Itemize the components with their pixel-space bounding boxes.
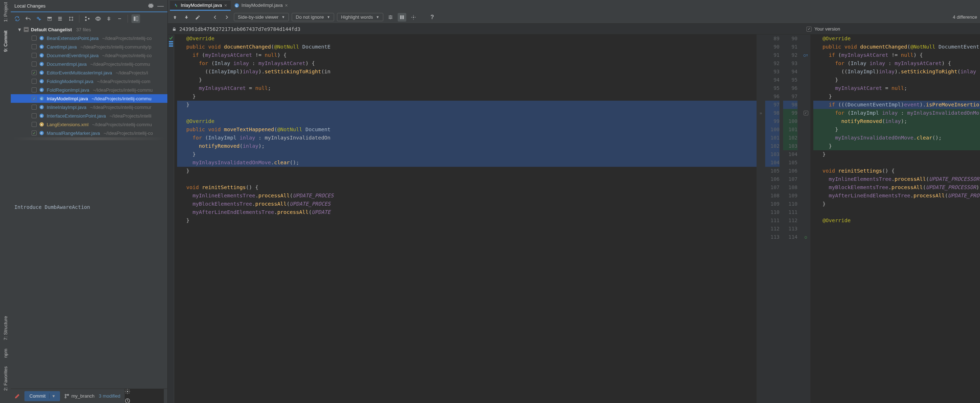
changelist-header[interactable]: ▼ Default Changelist 37 files — [11, 25, 167, 34]
file-checkbox[interactable] — [32, 44, 37, 49]
close-icon[interactable]: × — [285, 3, 288, 8]
edit-icon[interactable] — [194, 13, 202, 22]
viewer-mode-combo[interactable]: Side-by-side viewer ▼ — [234, 13, 289, 21]
change-marker[interactable] — [169, 45, 173, 47]
center-gutter: » 89909192939495969798991001011021031041… — [757, 35, 810, 403]
file-path: ~/IdeaProjects/intellij-community/p — [81, 44, 151, 49]
minimize-icon[interactable]: — — [158, 2, 164, 10]
file-row[interactable]: CDocumentImpl.java~/IdeaProjects/intelli… — [11, 60, 167, 68]
file-row[interactable]: CManualRangeMarker.java~/IdeaProjects/in… — [11, 129, 167, 137]
apply-arrow-icon[interactable]: » — [759, 110, 762, 116]
svg-point-41 — [65, 397, 67, 398]
close-icon[interactable]: × — [224, 3, 227, 8]
commit-message-input[interactable]: Introduce DumbAwareAction — [11, 202, 167, 212]
highlight-combo[interactable]: Highlight words ▼ — [337, 13, 383, 21]
java-file-icon: C — [39, 61, 45, 67]
shelve-icon[interactable] — [45, 14, 54, 23]
strip-commit[interactable]: 9: Commit — [3, 30, 8, 52]
svg-point-49 — [413, 16, 414, 18]
rollback-icon[interactable] — [24, 14, 32, 23]
change-marker[interactable] — [169, 43, 173, 45]
group-icon[interactable] — [67, 14, 75, 23]
commit-button[interactable]: Commit ▾ — [24, 391, 60, 401]
branch-indicator[interactable]: my_branch — [64, 393, 94, 399]
combo-label: Side-by-side viewer — [238, 14, 278, 20]
file-checkbox[interactable] — [32, 88, 37, 92]
strip-structure[interactable]: 7: Structure — [3, 316, 8, 340]
back-icon[interactable] — [211, 13, 220, 22]
amend-icon[interactable] — [14, 393, 20, 399]
file-row[interactable]: CBeanExtensionPoint.java~/IdeaProjects/i… — [11, 34, 167, 42]
next-diff-icon[interactable] — [182, 13, 191, 22]
file-row[interactable]: CFoldRegionImpl.java~/IdeaProjects/intel… — [11, 86, 167, 94]
gear-icon[interactable] — [148, 3, 154, 9]
preview-icon[interactable] — [94, 14, 102, 23]
checkmark-icon — [169, 36, 173, 40]
gear-icon[interactable] — [125, 389, 164, 394]
file-row[interactable]: CInlineInlayImpl.java~/IdeaProjects/inte… — [11, 103, 167, 112]
java-file-icon: C — [39, 53, 45, 58]
help-icon[interactable]: ? — [428, 13, 436, 22]
refresh-icon[interactable] — [13, 14, 22, 23]
file-checkbox[interactable] — [32, 105, 37, 110]
file-checkbox[interactable] — [32, 79, 37, 84]
file-path: ~/IdeaProjects/intellij-commu — [92, 96, 151, 101]
tab-inlaymodel-file[interactable]: C InlayModelImpl.java × — [231, 1, 291, 11]
tree-view-icon[interactable] — [83, 14, 92, 23]
chevron-down-icon: ▼ — [17, 27, 22, 32]
file-checkbox[interactable] — [32, 70, 37, 75]
file-row[interactable]: CCaretImpl.java~/IdeaProjects/intellij-c… — [11, 42, 167, 51]
collapse-unchanged-icon[interactable] — [386, 13, 395, 22]
strip-project[interactable]: 1: Project — [3, 2, 8, 22]
file-row[interactable]: CEditorEventMulticasterImpl.java~/IdeaPr… — [11, 68, 167, 77]
accept-checkbox[interactable] — [803, 111, 808, 115]
java-file-icon: C — [39, 104, 45, 110]
file-row[interactable]: CInlayModelImpl.java~/IdeaProjects/intel… — [11, 94, 167, 103]
strip-npm[interactable]: npm — [3, 349, 8, 358]
revision-headers: 243961db4756272171eb067437d7e9784d144fd3… — [168, 24, 980, 35]
java-file-icon: C — [39, 78, 45, 84]
ignore-combo[interactable]: Do not ignore ▼ — [292, 13, 334, 21]
left-marker-gutter — [168, 35, 174, 403]
expand-icon[interactable] — [105, 14, 113, 23]
left-pane: @Override public void documentChanged(@N… — [174, 35, 757, 403]
changelist-icon[interactable] — [56, 14, 65, 23]
history-icon[interactable] — [125, 398, 164, 403]
file-checkbox[interactable] — [32, 36, 37, 41]
file-checkbox[interactable] — [32, 131, 37, 135]
changelist-name: Default Changelist — [31, 27, 72, 32]
file-checkbox[interactable] — [32, 113, 37, 118]
file-name: DocumentImpl.java — [47, 62, 87, 67]
file-checkbox[interactable] — [32, 96, 37, 101]
revision-checkbox[interactable] — [807, 27, 811, 32]
collapse-icon[interactable] — [115, 14, 124, 23]
file-row[interactable]: xLangExtensions.xml~/IdeaProjects/intell… — [11, 120, 167, 129]
gear-icon[interactable] — [409, 13, 418, 22]
svg-text:x: x — [41, 123, 43, 126]
svg-text:C: C — [41, 37, 43, 40]
right-code[interactable]: @Override public void documentChanged(@N… — [810, 35, 980, 403]
forward-icon[interactable] — [223, 13, 231, 22]
strip-favorites[interactable]: 2: Favorites — [3, 366, 8, 391]
layout-icon[interactable] — [132, 14, 140, 23]
prev-diff-icon[interactable] — [171, 13, 179, 22]
change-marker[interactable] — [169, 41, 173, 42]
changelist-checkbox[interactable] — [24, 27, 29, 32]
file-path: ~/IdeaProjects/intellij-commu — [90, 62, 150, 67]
left-code[interactable]: @Override public void documentChanged(@N… — [174, 35, 757, 403]
file-checkbox[interactable] — [32, 53, 37, 58]
sync-scroll-icon[interactable] — [398, 13, 406, 22]
diff-icon[interactable] — [35, 14, 43, 23]
file-row[interactable]: CInterfaceExtensionPoint.java~/IdeaProje… — [11, 112, 167, 120]
modified-link[interactable]: 3 modified — [99, 393, 120, 399]
file-row[interactable]: CFoldingModelImpl.java~/IdeaProjects/int… — [11, 77, 167, 86]
svg-rect-3 — [58, 17, 62, 18]
file-path: ~/IdeaProjects/intellij-com — [97, 79, 150, 84]
scrollbar-horizontal[interactable] — [12, 137, 166, 140]
file-checkbox[interactable] — [32, 62, 37, 67]
svg-text:C: C — [41, 71, 43, 75]
file-row[interactable]: CDocumentEventImpl.java~/IdeaProjects/in… — [11, 51, 167, 60]
tab-inlaymodel-diff[interactable]: InlayModelImpl.java × — [170, 1, 231, 11]
file-checkbox[interactable] — [32, 122, 37, 127]
chevron-down-icon[interactable]: ▾ — [49, 393, 55, 399]
